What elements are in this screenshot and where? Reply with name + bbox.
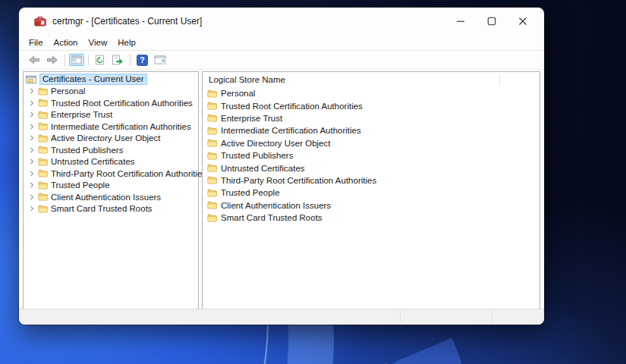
help-button[interactable]: ?	[134, 53, 150, 67]
menu-help[interactable]: Help	[112, 37, 141, 48]
chevron-right-icon[interactable]	[28, 100, 36, 106]
menu-view[interactable]: View	[83, 37, 113, 48]
menu-file[interactable]: File	[24, 37, 49, 48]
list-item-enterprise-trust[interactable]: Enterprise Trust	[203, 112, 539, 124]
list-item-untrusted[interactable]: Untrusted Certificates	[203, 162, 539, 174]
list-item-label: Client Authentication Issuers	[221, 201, 331, 210]
export-list-icon	[112, 55, 124, 65]
certmgr-window: certmgr - [Certificates - Current User] …	[19, 8, 544, 325]
folder-icon	[38, 181, 48, 190]
desktop: { "window": { "title": "certmgr - [Certi…	[0, 0, 626, 364]
chevron-right-icon[interactable]	[28, 158, 36, 165]
console-tree-icon	[71, 55, 82, 64]
tree-item-smart-card[interactable]: Smart Card Trusted Roots	[24, 203, 198, 215]
chevron-right-icon[interactable]	[28, 171, 36, 177]
window-title: certmgr - [Certificates - Current User]	[52, 16, 202, 27]
forward-button[interactable]	[44, 54, 61, 66]
list-item-third-party[interactable]: Third-Party Root Certification Authoriti…	[203, 174, 539, 187]
folder-icon	[38, 193, 48, 201]
tree-item-trusted-publishers[interactable]: Trusted Publishers	[24, 144, 198, 156]
folder-icon	[207, 114, 217, 122]
tree-item-ad-user-object[interactable]: Active Directory User Object	[24, 133, 198, 145]
tree-item-label: Trusted Publishers	[51, 146, 123, 155]
list-item-label: Smart Card Trusted Roots	[221, 213, 322, 222]
store-list-panel: Logical Store Name Personal Trusted Root…	[202, 71, 540, 309]
folder-icon	[207, 189, 217, 197]
folder-icon	[207, 89, 217, 98]
maximize-button[interactable]	[476, 8, 507, 34]
chevron-right-icon[interactable]	[28, 88, 36, 94]
folder-icon	[207, 214, 217, 222]
column-divider[interactable]	[499, 74, 500, 85]
folder-icon	[207, 127, 217, 135]
list-item-label: Enterprise Trust	[221, 114, 282, 123]
folder-icon	[207, 201, 217, 209]
chevron-right-icon[interactable]	[28, 194, 36, 200]
tree-item-trusted-people[interactable]: Trusted People	[24, 180, 198, 192]
list-item-ad-user-object[interactable]: Active Directory User Object	[203, 137, 539, 149]
show-hide-console-tree-button[interactable]	[69, 54, 84, 66]
tree-item-personal[interactable]: Personal	[24, 86, 198, 98]
folder-icon	[38, 111, 48, 119]
tree-item-label: Active Directory User Object	[51, 133, 160, 143]
list-item-label: Trusted Publishers	[221, 151, 293, 160]
tree-item-label: Third-Party Root Certification Authoriti…	[51, 169, 206, 178]
folder-icon	[38, 146, 48, 154]
list-item-smart-card[interactable]: Smart Card Trusted Roots	[203, 212, 539, 224]
minimize-icon	[456, 17, 465, 26]
chevron-right-icon[interactable]	[28, 147, 36, 153]
folder-icon	[38, 158, 48, 166]
tree-item-client-auth[interactable]: Client Authentication Issuers	[24, 191, 198, 203]
tree-item-label: Personal	[51, 86, 85, 96]
folder-icon	[207, 176, 217, 184]
tree-item-third-party[interactable]: Third-Party Root Certification Authoriti…	[24, 168, 198, 180]
certmgr-app-icon	[34, 16, 46, 27]
tree-item-label: Trusted People	[51, 180, 110, 190]
forward-arrow-icon	[46, 55, 58, 64]
column-header-logical-store-name[interactable]: Logical Store Name	[203, 72, 539, 87]
list-item-label: Trusted Root Certification Authorities	[221, 102, 363, 111]
folder-icon	[38, 122, 48, 130]
tree-item-label: Smart Card Trusted Roots	[51, 204, 153, 213]
back-arrow-icon	[28, 55, 40, 64]
chevron-right-icon[interactable]	[28, 206, 36, 212]
tree-item-label: Intermediate Certification Authorities	[51, 122, 191, 131]
tree-root-certificates-current-user[interactable]: Certificates - Current User	[24, 74, 198, 86]
toolbar-separator	[88, 54, 89, 66]
menu-bar: File Action View Help	[19, 34, 544, 51]
refresh-button[interactable]	[93, 53, 108, 67]
tree-item-untrusted[interactable]: Untrusted Certificates	[24, 156, 198, 168]
action-pane-icon	[154, 55, 166, 64]
folder-icon	[38, 169, 48, 177]
tree-item-label: Enterprise Trust	[51, 110, 112, 119]
menu-action[interactable]: Action	[49, 37, 83, 48]
chevron-right-icon[interactable]	[28, 182, 36, 188]
list-item-intermediate[interactable]: Intermediate Certification Authorities	[203, 124, 539, 136]
list-item-trusted-people[interactable]: Trusted People	[203, 187, 539, 199]
close-button[interactable]	[507, 8, 538, 34]
chevron-right-icon[interactable]	[28, 135, 36, 141]
list-item-personal[interactable]: Personal	[203, 87, 539, 99]
svg-text:?: ?	[140, 55, 144, 64]
tree-item-intermediate[interactable]: Intermediate Certification Authorities	[24, 121, 198, 133]
show-hide-action-pane-button[interactable]	[152, 54, 168, 66]
tree-item-label: Untrusted Certificates	[51, 157, 135, 166]
chevron-right-icon[interactable]	[28, 111, 36, 118]
minimize-button[interactable]	[445, 8, 476, 34]
list-item-client-auth[interactable]: Client Authentication Issuers	[203, 199, 539, 212]
tree-item-trusted-root[interactable]: Trusted Root Certification Authorities	[24, 97, 198, 109]
export-list-button[interactable]	[109, 53, 126, 67]
tree-item-label: Client Authentication Issuers	[51, 193, 161, 202]
tree-item-enterprise-trust[interactable]: Enterprise Trust	[24, 109, 198, 121]
back-button[interactable]	[26, 54, 42, 66]
refresh-icon	[95, 55, 105, 65]
toolbar-separator	[64, 54, 65, 66]
list-item-trusted-publishers[interactable]: Trusted Publishers	[203, 149, 539, 162]
list-item-trusted-root[interactable]: Trusted Root Certification Authorities	[203, 99, 539, 111]
folder-icon	[207, 164, 217, 172]
title-bar[interactable]: certmgr - [Certificates - Current User]	[19, 8, 544, 34]
status-bar-divider	[400, 311, 401, 323]
toolbar-separator	[130, 54, 131, 66]
window-controls	[445, 8, 538, 34]
chevron-right-icon[interactable]	[28, 124, 36, 130]
